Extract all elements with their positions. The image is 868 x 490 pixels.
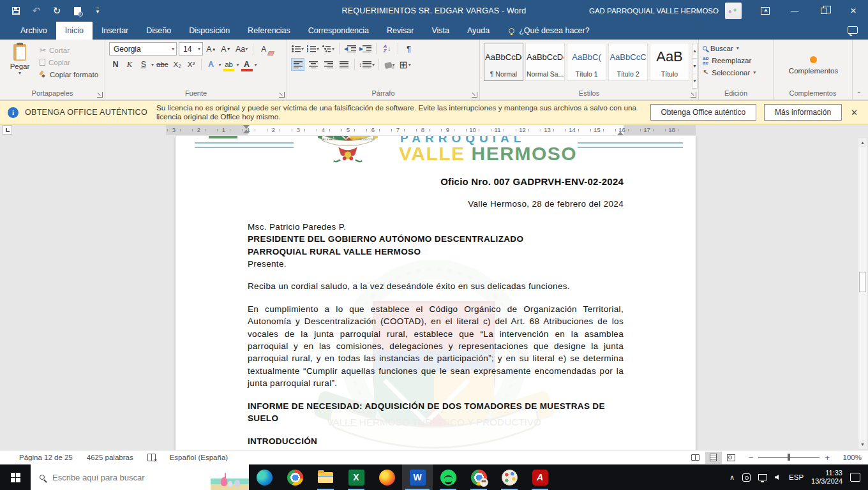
- numbering-button[interactable]: ▾: [306, 42, 320, 55]
- style-card[interactable]: AaBbCcDc Normal Sa...: [525, 43, 565, 81]
- doc-paragraph[interactable]: PARROQUIAL RURAL VALLE HERMOSO: [248, 246, 624, 258]
- tray-expand-icon[interactable]: ∧: [730, 473, 735, 482]
- format-painter-button[interactable]: Copiar formato: [40, 69, 98, 80]
- text-effects-button[interactable]: A: [205, 58, 218, 71]
- ribbon-display-options-button[interactable]: [751, 0, 780, 22]
- tell-me-box[interactable]: ¿Qué desea hacer?: [498, 22, 590, 40]
- font-size-combo[interactable]: 14▾: [179, 42, 203, 56]
- taskbar-icon[interactable]: [463, 464, 494, 490]
- replace-button[interactable]: abacReemplazar: [703, 54, 770, 66]
- italic-button[interactable]: K: [123, 58, 136, 71]
- taskbar-icon[interactable]: [280, 464, 310, 490]
- ribbon-tab[interactable]: Referencias: [239, 22, 299, 40]
- taskbar-icon[interactable]: [371, 464, 402, 490]
- strikethrough-button[interactable]: abc: [155, 58, 170, 71]
- feedback-comment-icon[interactable]: [848, 26, 858, 34]
- action-center-icon[interactable]: [850, 473, 860, 482]
- bold-button[interactable]: N: [109, 58, 122, 71]
- close-button[interactable]: ✕: [839, 0, 868, 22]
- clear-formatting-button[interactable]: A: [257, 43, 270, 56]
- right-indent-marker[interactable]: [617, 131, 624, 135]
- multilevel-list-button[interactable]: ▾: [322, 42, 335, 55]
- tray-app-icon[interactable]: [742, 473, 751, 482]
- styles-scroll-up-icon[interactable]: ▲: [692, 43, 697, 59]
- start-button[interactable]: [0, 464, 31, 490]
- doc-paragraph[interactable]: Msc. Patricio Paredes P.: [248, 221, 624, 233]
- borders-button[interactable]: ⊞▾: [398, 58, 412, 71]
- font-family-combo[interactable]: Georgia▾: [109, 42, 177, 56]
- underline-button[interactable]: S: [137, 58, 150, 71]
- subscript-button[interactable]: X₂: [171, 58, 184, 71]
- styles-dialog-launcher-icon[interactable]: [691, 92, 696, 98]
- doc-paragraph[interactable]: Reciba un cordial saludo, a la vez deseá…: [248, 280, 624, 292]
- taskbar-search-box[interactable]: [31, 464, 249, 490]
- language-indicator[interactable]: Español (España): [170, 454, 228, 461]
- taskbar-icon[interactable]: [525, 464, 555, 490]
- font-color-button[interactable]: A: [241, 58, 253, 71]
- restore-button[interactable]: [809, 0, 839, 22]
- shrink-font-button[interactable]: A▼: [220, 43, 232, 56]
- style-card[interactable]: AaB Título: [650, 43, 689, 81]
- zoom-in-icon[interactable]: +: [825, 453, 830, 463]
- doc-paragraph[interactable]: Valle Hermoso, 28 de febrero del 2024: [248, 198, 624, 210]
- page-indicator[interactable]: Página 12 de 25: [19, 454, 73, 461]
- redo-icon[interactable]: ↻: [51, 5, 63, 17]
- indent-marker[interactable]: [243, 125, 250, 129]
- show-paragraph-marks-button[interactable]: ¶: [402, 42, 415, 55]
- customize-qat-icon[interactable]: ▾: [92, 5, 103, 17]
- doc-paragraph[interactable]: En cumplimiento a lo que establece el Có…: [248, 303, 624, 390]
- taskbar-icon[interactable]: [433, 464, 463, 490]
- tab-stop-selector[interactable]: [3, 125, 12, 135]
- underline-dropdown-caret[interactable]: ▾: [151, 62, 154, 68]
- style-card[interactable]: AaBbC( Título 1: [567, 43, 606, 81]
- tray-clock[interactable]: 11:33 13/3/2024: [811, 469, 842, 486]
- save-icon[interactable]: [10, 5, 22, 17]
- superscript-button[interactable]: X²: [185, 58, 198, 71]
- increase-indent-button[interactable]: ▶: [359, 42, 372, 55]
- collapse-ribbon-icon[interactable]: ⌃: [857, 91, 862, 98]
- document-page[interactable]: PARROQUIAL VALLEHERMOSO Oficio Nro. 007 …: [176, 136, 696, 450]
- web-layout-button[interactable]: [723, 452, 740, 464]
- find-button[interactable]: Buscar▾: [703, 42, 770, 54]
- doc-paragraph[interactable]: Oficio Nro. 007 GADPRVH-ENV-02-2024: [248, 175, 624, 188]
- grow-font-button[interactable]: A▲: [205, 43, 218, 56]
- taskbar-icon[interactable]: [310, 464, 341, 490]
- ribbon-tab[interactable]: Correspondencia: [299, 22, 378, 40]
- paste-button[interactable]: Pegar ▾: [4, 42, 36, 89]
- copy-button[interactable]: Copiar: [40, 57, 98, 68]
- ribbon-tab[interactable]: Insertar: [93, 22, 137, 40]
- account-avatar[interactable]: [725, 3, 742, 19]
- undo-icon[interactable]: ↶: [31, 5, 42, 17]
- ribbon-tab[interactable]: Archivo: [11, 22, 56, 40]
- close-warning-icon[interactable]: ✕: [851, 108, 858, 117]
- paragraph-dialog-launcher-icon[interactable]: [472, 92, 477, 98]
- scroll-down-icon[interactable]: ▼: [858, 440, 867, 449]
- taskbar-icon[interactable]: [249, 464, 280, 490]
- addins-button[interactable]: Complementos: [777, 42, 849, 89]
- zoom-slider[interactable]: [758, 457, 819, 457]
- minimize-button[interactable]: —: [780, 0, 809, 22]
- align-right-button[interactable]: [322, 58, 335, 71]
- keyboard-language[interactable]: ESP: [789, 473, 804, 481]
- taskbar-icon[interactable]: [341, 464, 371, 490]
- ribbon-tab[interactable]: Revisar: [378, 22, 423, 40]
- font-dialog-launcher-icon[interactable]: [279, 92, 285, 98]
- proofing-errors-icon[interactable]: [147, 454, 156, 461]
- paste-dropdown-caret[interactable]: ▾: [19, 70, 21, 76]
- ribbon-tab[interactable]: Disposición: [180, 22, 239, 40]
- print-preview-icon[interactable]: [71, 5, 83, 17]
- scroll-up-icon[interactable]: ▲: [858, 138, 867, 147]
- ribbon-tab[interactable]: Diseño: [137, 22, 180, 40]
- style-card[interactable]: AaBbCcDc ¶ Normal: [484, 43, 523, 81]
- vertical-scrollbar[interactable]: ▲ ▼: [858, 137, 867, 450]
- align-left-button[interactable]: [291, 58, 304, 71]
- zoom-slider-thumb[interactable]: [788, 454, 790, 461]
- clipboard-dialog-launcher-icon[interactable]: [97, 92, 103, 98]
- doc-paragraph[interactable]: PRESIDENTE DEL GOBIERNO AUTÓNOMO DESCENT…: [248, 233, 624, 245]
- line-spacing-button[interactable]: ↕▾: [359, 58, 375, 71]
- get-office-button[interactable]: Obtenga Office auténtico: [650, 104, 757, 121]
- ribbon-tab[interactable]: Vista: [423, 22, 458, 40]
- taskbar-icon[interactable]: [494, 464, 525, 490]
- more-info-button[interactable]: Más información: [764, 104, 842, 121]
- word-count[interactable]: 4625 palabras: [87, 454, 133, 461]
